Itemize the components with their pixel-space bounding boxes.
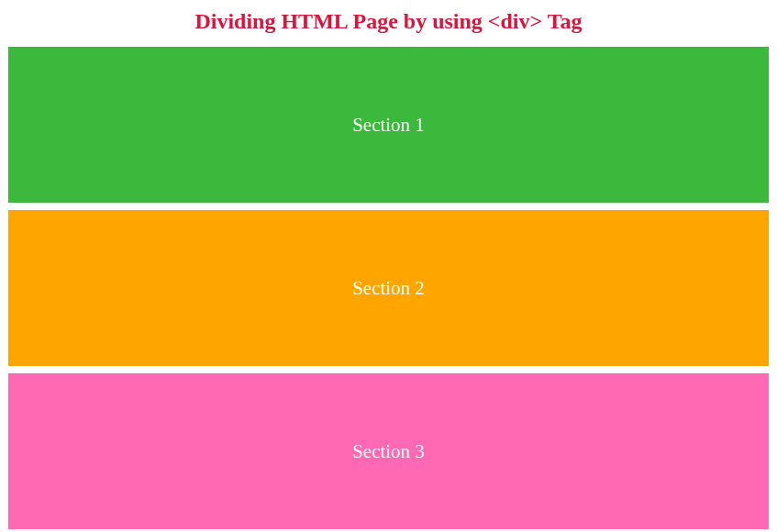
section-2-label: Section 2 [352,277,425,300]
section-1-label: Section 1 [352,114,425,137]
page-title: Dividing HTML Page by using <div> Tag [0,0,777,47]
section-3: Section 3 [8,373,769,529]
section-1: Section 1 [8,47,769,203]
section-3-label: Section 3 [352,440,425,463]
section-2: Section 2 [8,210,769,366]
